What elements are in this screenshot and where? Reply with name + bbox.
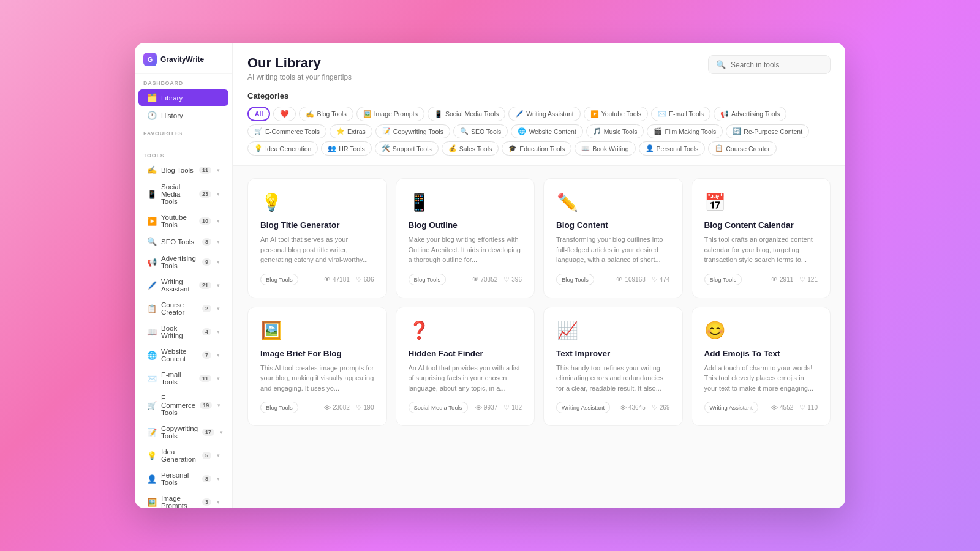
sidebar-item-youtube-tools[interactable]: ▶️ Youtube Tools 10 ▾ — [138, 210, 228, 232]
card-image-brief-for-blog[interactable]: 🖼️ Image Brief For Blog This AI tool cre… — [247, 307, 387, 427]
card-stats-blog-content: 👁 109168 ♡ 474 — [616, 276, 669, 283]
blog-tools-icon: ✍️ — [147, 165, 157, 174]
card-desc-blog-outline: Make your blog writing effortless with O… — [409, 234, 522, 265]
card-tag-blog-title-generator: Blog Tools — [260, 274, 298, 285]
filter-youtube-tools[interactable]: ▶️ Youtube Tools — [584, 107, 648, 121]
filter-extras[interactable]: ⭐ Extras — [330, 124, 372, 138]
card-title-image-brief-for-blog: Image Brief For Blog — [260, 349, 374, 358]
social-media-badge: 23 — [199, 190, 211, 198]
sidebar-item-personal-tools[interactable]: 👤 Personal Tools 8 ▾ — [138, 468, 228, 490]
filter-music-tools[interactable]: 🎵 Music Tools — [586, 124, 644, 138]
sidebar-item-course-creator[interactable]: 📋 Course Creator 2 ▾ — [138, 298, 228, 320]
filter-repurpose-content[interactable]: 🔄 Re-Purpose Content — [726, 124, 809, 138]
filter-social-media-tools[interactable]: 📱 Social Media Tools — [428, 107, 505, 121]
sidebar-item-ecommerce-tools[interactable]: 🛒 E-Commerce Tools 19 ▾ — [138, 391, 228, 420]
sidebar-item-advertising-tools[interactable]: 📢 Advertising Tools 9 ▾ — [138, 251, 228, 273]
eye-icon: 👁 — [475, 404, 482, 411]
filter-seo-tools[interactable]: 🔍 SEO Tools — [453, 124, 508, 138]
card-icon-blog-content-calendar: 📅 — [704, 191, 726, 213]
chevron-icon: ▾ — [217, 167, 220, 173]
filter-email-tools[interactable]: ✉️ E-mail Tools — [651, 107, 710, 121]
sidebar-item-history[interactable]: 🕐 History — [138, 107, 228, 124]
youtube-badge: 10 — [199, 217, 211, 225]
sidebar-item-label: Copywriting Tools — [161, 425, 198, 440]
sidebar-item-email-tools[interactable]: ✉️ E-mail Tools 11 ▾ — [138, 367, 228, 389]
card-text-improver[interactable]: 📈 Text Improver This handy tool refines … — [543, 307, 683, 427]
personal-tools-badge: 8 — [202, 475, 211, 482]
filter-advertising-tools[interactable]: 📢 Advertising Tools — [714, 107, 786, 121]
card-blog-content-calendar[interactable]: 📅 Blog Content Calendar This tool crafts… — [692, 178, 831, 298]
filter-writing-assistant[interactable]: 🖊️ Writing Assistant — [508, 107, 580, 121]
tools-section-label: TOOLS — [135, 146, 232, 161]
youtube-tools-icon: ▶️ — [147, 217, 157, 226]
filter-hr-tools[interactable]: 👥 HR Tools — [321, 141, 371, 156]
search-input[interactable] — [731, 61, 823, 69]
card-likes-image-brief-for-blog: ♡ 190 — [356, 403, 374, 411]
logo-text: GravityWrite — [160, 55, 204, 64]
content-area: 💡 Blog Title Generator An AI tool that s… — [233, 166, 845, 508]
card-hidden-fact-finder[interactable]: ❓ Hidden Fact Finder An AI tool that pro… — [396, 307, 535, 427]
card-blog-content[interactable]: ✏️ Blog Content Transforming your blog o… — [543, 178, 683, 298]
sidebar-item-seo-tools[interactable]: 🔍 SEO Tools 8 ▾ — [138, 233, 228, 250]
card-icon-image-brief-for-blog: 🖼️ — [260, 320, 282, 342]
filter-heart[interactable]: ❤️ — [273, 107, 296, 121]
card-likes-blog-outline: ♡ 396 — [503, 276, 522, 283]
advertising-badge: 9 — [202, 258, 211, 266]
heart-icon: ♡ — [652, 403, 658, 411]
chevron-icon: ▾ — [217, 329, 220, 335]
chevron-icon: ▾ — [217, 499, 220, 505]
idea-generation-badge: 5 — [202, 452, 211, 459]
filter-personal-tools[interactable]: 👤 Personal Tools — [639, 141, 706, 156]
filter-image-prompts[interactable]: 🖼️ Image Prompts — [356, 107, 424, 121]
sidebar-item-copywriting-tools[interactable]: 📝 Copywriting Tools 17 ▾ — [138, 421, 228, 443]
chevron-icon: ▾ — [220, 429, 223, 435]
main-content: Our Library AI writing tools at your fin… — [233, 43, 845, 508]
course-creator-badge: 2 — [202, 305, 211, 312]
sidebar-item-social-media-tools[interactable]: 📱 Social Media Tools 23 ▾ — [138, 179, 228, 209]
sidebar-item-label: Advertising Tools — [161, 255, 198, 269]
card-footer-blog-outline: Blog Tools 👁 70352 ♡ 396 — [409, 274, 522, 285]
card-title-blog-outline: Blog Outline — [409, 220, 522, 230]
card-blog-outline[interactable]: 📱 Blog Outline Make your blog writing ef… — [396, 178, 535, 298]
card-footer-blog-content-calendar: Blog Tools 👁 2911 ♡ 121 — [704, 274, 818, 285]
sidebar-item-label: Website Content — [161, 348, 198, 362]
card-add-emojis-to-text[interactable]: 😊 Add Emojis To Text Add a touch of char… — [692, 307, 831, 427]
heart-icon: ♡ — [356, 403, 362, 411]
card-title-blog-content-calendar: Blog Content Calendar — [704, 220, 818, 230]
filter-sales-tools[interactable]: 💰 Sales Tools — [442, 141, 499, 156]
filter-website-content[interactable]: 🌐 Website Content — [511, 124, 582, 138]
sidebar-item-label: Blog Tools — [161, 167, 194, 174]
sidebar-item-image-prompts[interactable]: 🖼️ Image Prompts 3 ▾ — [138, 491, 228, 508]
social-media-tools-icon: 📱 — [147, 190, 157, 199]
sidebar-item-writing-assistant[interactable]: 🖊️ Writing Assistant 21 ▾ — [138, 274, 228, 296]
filter-support-tools[interactable]: 🛠️ Support Tools — [375, 141, 439, 156]
logo: G GravityWrite — [135, 43, 232, 74]
website-content-badge: 7 — [202, 351, 211, 359]
card-stats-image-brief-for-blog: 👁 23082 ♡ 190 — [324, 403, 374, 411]
eye-icon: 👁 — [620, 404, 627, 411]
card-views-blog-content: 👁 109168 — [616, 276, 645, 283]
chevron-icon: ▾ — [217, 239, 220, 245]
card-footer-hidden-fact-finder: Social Media Tools 👁 9937 ♡ 182 — [409, 402, 522, 413]
filter-film-making-tools[interactable]: 🎬 Film Making Tools — [647, 124, 723, 138]
filter-idea-generation[interactable]: 💡 Idea Generation — [247, 141, 318, 156]
sidebar-item-library[interactable]: 🗂️ Library — [138, 89, 228, 106]
filter-education-tools[interactable]: 🎓 Education Tools — [502, 141, 571, 156]
sidebar-item-blog-tools[interactable]: ✍️ Blog Tools 11 ▾ — [138, 162, 228, 178]
sidebar-item-website-content[interactable]: 🌐 Website Content 7 ▾ — [138, 344, 228, 366]
filter-copywriting-tools[interactable]: 📝 Copywriting Tools — [375, 124, 450, 138]
filter-ecommerce-tools[interactable]: 🛒 E-Commerce Tools — [247, 124, 326, 138]
filter-course-creator[interactable]: 📋 Course Creator — [708, 141, 777, 156]
sidebar-item-book-writing[interactable]: 📖 Book Writing 4 ▾ — [138, 321, 228, 343]
ecommerce-tools-icon: 🛒 — [147, 401, 157, 410]
search-box[interactable]: 🔍 — [708, 55, 831, 74]
filter-all[interactable]: All — [247, 107, 270, 121]
sidebar-item-idea-generation[interactable]: 💡 Idea Generation 5 ▾ — [138, 444, 228, 467]
card-footer-blog-title-generator: Blog Tools 👁 47181 ♡ 606 — [260, 274, 374, 285]
chevron-icon: ▾ — [217, 259, 220, 265]
email-tools-icon: ✉️ — [147, 374, 157, 383]
sidebar-item-label-library: Library — [161, 94, 183, 102]
filter-book-writing[interactable]: 📖 Book Writing — [575, 141, 635, 156]
card-blog-title-generator[interactable]: 💡 Blog Title Generator An AI tool that s… — [247, 178, 387, 298]
filter-blog-tools[interactable]: ✍️ Blog Tools — [299, 107, 353, 121]
